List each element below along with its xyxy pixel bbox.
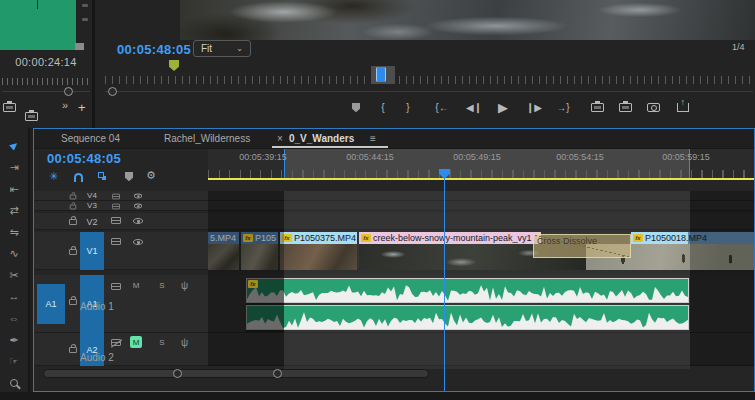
sequence-marker-icon[interactable] <box>169 60 179 71</box>
export-button[interactable] <box>675 99 691 115</box>
tab-rachel-wilderness[interactable]: Rachel_Wilderness <box>164 133 250 144</box>
rolling-edit-tool[interactable]: ⇄ <box>0 201 28 219</box>
voiceover-mic-icon[interactable]: ψ <box>181 280 188 291</box>
go-to-out-button[interactable]: →} <box>553 99 573 115</box>
rate-stretch-tool[interactable]: ⇋ <box>0 223 28 241</box>
solo-button-a1[interactable]: S <box>156 279 168 291</box>
source-playhead-tick <box>37 0 38 9</box>
track-target-v1[interactable]: V1 <box>80 232 104 270</box>
clip-body[interactable] <box>280 244 357 270</box>
toggle-track-output-eye-icon[interactable] <box>134 204 142 209</box>
lock-icon[interactable] <box>69 219 77 225</box>
voiceover-mic-icon[interactable]: ψ <box>181 337 188 348</box>
tab-sequence-04[interactable]: Sequence 04 <box>61 133 120 144</box>
zoom-scrollbar-handle-right[interactable] <box>273 369 282 378</box>
sync-lock-icon[interactable] <box>112 203 120 209</box>
add-button[interactable]: + <box>78 100 86 115</box>
source-vscroll-mark[interactable] <box>82 4 88 7</box>
program-playhead-handle[interactable] <box>376 67 386 82</box>
linked-selection-icon[interactable] <box>98 172 104 178</box>
slide-tool[interactable]: ⇔ <box>0 309 28 327</box>
sync-lock-icon[interactable] <box>111 238 121 245</box>
toggle-track-output-eye-icon[interactable] <box>133 218 143 224</box>
go-to-in-button[interactable]: {← <box>432 99 452 115</box>
lift-icon <box>591 103 604 112</box>
overwrite-icon[interactable] <box>25 112 38 121</box>
selection-tool[interactable]: ► <box>0 136 28 154</box>
mark-in-button[interactable]: { <box>377 99 389 115</box>
tab-close-icon[interactable]: × <box>277 133 283 144</box>
ripple-edit-tool[interactable]: ⇤ <box>0 180 28 198</box>
track-select-forward-tool[interactable]: ⇥ <box>0 158 28 176</box>
extract-button[interactable] <box>617 99 633 115</box>
source-vscroll-mark[interactable] <box>82 18 88 21</box>
toggle-track-output-eye-icon[interactable] <box>133 239 143 245</box>
ruler-tick-marks <box>208 170 754 178</box>
mute-button-a2[interactable]: M <box>130 336 142 348</box>
add-marker-icon[interactable] <box>125 172 134 181</box>
clip-p1050375[interactable]: fx P1050375.MP4 <box>280 232 357 244</box>
magnifier-icon <box>10 379 18 387</box>
track-label-audio1: Audio 1 <box>80 301 114 312</box>
source-scrollbar-handle[interactable] <box>64 87 73 96</box>
lock-icon[interactable] <box>70 195 76 200</box>
timeline-settings-wrench-icon[interactable]: ⚙ <box>146 169 156 182</box>
source-scroll-corner[interactable] <box>75 43 84 50</box>
track-name-v3[interactable]: V3 <box>80 201 104 210</box>
clip-creek-below-snowy-mountain-peak[interactable]: fx creek-below-snowy-mountain-peak_vy1 <box>359 232 541 244</box>
pen-tool[interactable]: ✒ <box>0 331 28 349</box>
track-header-v4: V4 <box>34 191 208 201</box>
lock-icon[interactable] <box>70 205 76 210</box>
zoom-scrollbar-handle-left[interactable] <box>173 369 182 378</box>
source-patch-a1[interactable]: A1 <box>37 284 65 324</box>
insert-icon[interactable] <box>3 103 16 112</box>
tools-panel: ► ⇥ ⇤ ⇄ ⇋ ∿ ✂ ↔ ⇔ ✒ ☞ <box>0 128 30 392</box>
lock-icon[interactable] <box>69 299 77 305</box>
razor-tool[interactable]: ✂ <box>0 266 28 284</box>
marker-icon <box>352 102 361 111</box>
nest-toggle-icon[interactable]: ✳ <box>49 170 58 183</box>
timeline-zoom-scrollbar[interactable] <box>43 369 429 378</box>
solo-button-a2[interactable]: S <box>156 336 168 348</box>
mute-button-a1[interactable]: M <box>130 279 142 291</box>
zoom-level-select[interactable]: Fit ⌄ <box>193 40 251 57</box>
cross-dissolve-transition[interactable]: Cross Dissolve <box>533 234 631 258</box>
sync-lock-off-icon[interactable] <box>111 339 121 346</box>
track-name-v4[interactable]: V4 <box>80 191 104 200</box>
slip-tool[interactable]: ↔ <box>0 287 28 305</box>
timeline-panel: Sequence 04 Rachel_Wilderness × 0_V_Wand… <box>33 128 755 392</box>
add-marker-button[interactable] <box>349 99 363 115</box>
sync-lock-icon[interactable] <box>112 193 120 199</box>
hand-tool[interactable]: ☞ <box>0 352 28 370</box>
timeline-content: 00:05:39:15 00:05:44:15 00:05:49:15 00:0… <box>208 149 754 391</box>
lock-icon[interactable] <box>69 249 77 255</box>
more-buttons-chevron[interactable]: » <box>62 99 68 111</box>
program-scrollbar[interactable] <box>105 91 753 92</box>
step-forward-button[interactable]: ❙▶ <box>525 99 543 115</box>
toggle-track-output-eye-icon[interactable] <box>134 194 142 199</box>
zoom-tool[interactable] <box>0 374 28 392</box>
lift-button[interactable] <box>589 99 605 115</box>
sync-lock-icon[interactable] <box>111 283 121 290</box>
play-button[interactable]: ▶ <box>495 99 511 115</box>
step-back-button[interactable]: ◀❙ <box>465 99 483 115</box>
transport-controls: { } {← ◀❙ ▶ ❙▶ →} <box>95 99 755 115</box>
audio-clip[interactable]: fx <box>246 278 689 332</box>
sync-lock-icon[interactable] <box>111 217 121 224</box>
waveform-channel-right <box>246 305 689 330</box>
source-mini-ruler[interactable] <box>2 78 90 85</box>
timeline-timecode[interactable]: 00:05:48:05 <box>47 151 121 166</box>
source-scrollbar[interactable] <box>2 91 90 92</box>
export-frame-button[interactable] <box>645 99 661 115</box>
playback-resolution-value[interactable]: 1/4 <box>732 42 745 52</box>
program-scrollbar-handle[interactable] <box>108 87 117 96</box>
mark-out-button[interactable]: } <box>402 99 414 115</box>
remix-tool[interactable]: ∿ <box>0 244 28 262</box>
program-mini-ruler[interactable] <box>105 76 753 84</box>
tab-0-v-wanders[interactable]: 0_V_Wanders <box>289 133 354 144</box>
timeline-tabbar: Sequence 04 Rachel_Wilderness × 0_V_Wand… <box>34 129 754 149</box>
lock-icon[interactable] <box>69 347 77 353</box>
track-name-v2[interactable]: V2 <box>80 217 104 227</box>
snap-magnet-icon[interactable] <box>74 173 83 182</box>
panel-menu-icon[interactable]: ≡ <box>370 133 376 144</box>
